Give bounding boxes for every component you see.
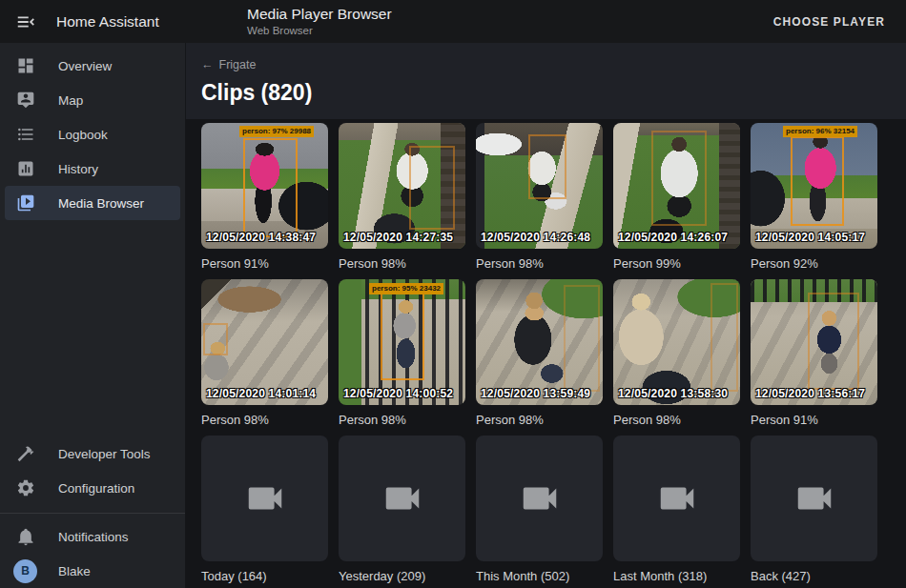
sidebar-item-notifications[interactable]: Notifications <box>5 519 180 554</box>
page-title-block: Media Player Browser Web Browser <box>247 6 392 37</box>
folder-item-this-month[interactable]: This Month (502) <box>476 436 603 583</box>
detection-bounding-box <box>528 134 566 199</box>
folder-item-yesterday[interactable]: Yesterday (209) <box>339 436 465 583</box>
detection-bounding-box <box>791 136 844 226</box>
sidebar-item-media-browser[interactable]: Media Browser <box>5 186 180 220</box>
breadcrumb-back[interactable]: ← Frigate <box>201 58 256 71</box>
clip-item[interactable]: 12/05/2020 14:26:48 Person 98% <box>476 123 603 271</box>
clip-caption: Person 98% <box>476 256 603 271</box>
main-row: Overview Map Logbook History Media Brows… <box>0 43 906 588</box>
sidebar-item-configuration[interactable]: Configuration <box>5 471 180 505</box>
sidebar-item-label: Overview <box>58 59 112 73</box>
detection-bounding-box <box>409 146 455 230</box>
folder-thumbnail[interactable] <box>201 436 328 561</box>
app-bar: Home Assistant Media Player Browser Web … <box>0 0 906 43</box>
sidebar-item-map[interactable]: Map <box>5 83 180 117</box>
page-heading: Clips (820) <box>201 80 891 106</box>
clip-item[interactable]: 12/05/2020 13:59:49 Person 98% <box>476 279 603 427</box>
folder-thumbnail[interactable] <box>613 436 740 561</box>
clip-thumbnail[interactable]: 12/05/2020 14:26:07 <box>613 123 740 249</box>
hammer-icon <box>16 444 35 463</box>
sidebar-toggle-icon[interactable] <box>14 10 37 33</box>
clip-timestamp: 12/05/2020 13:56:17 <box>755 387 865 400</box>
app-bar-left: Home Assistant <box>0 10 186 33</box>
detection-bounding-box <box>203 323 228 355</box>
detection-bounding-box <box>710 283 738 392</box>
clip-timestamp: 12/05/2020 14:38:47 <box>206 231 316 244</box>
clip-thumbnail[interactable]: 12/05/2020 14:01:14 <box>201 279 328 405</box>
gear-icon <box>16 478 35 497</box>
folder-item-back[interactable]: Back (427) <box>751 436 877 583</box>
sidebar-item-label: Media Browser <box>58 196 144 211</box>
video-camera-icon <box>793 476 836 520</box>
clip-item[interactable]: 12/05/2020 14:01:14 Person 98% <box>201 279 328 427</box>
detection-score-chip: person: 95% 23432 <box>369 283 443 294</box>
clip-item[interactable]: 12/05/2020 14:26:07 Person 99% <box>613 123 740 271</box>
user-avatar: B <box>13 559 37 583</box>
bell-icon <box>16 527 35 546</box>
clip-thumbnail[interactable]: 12/05/2020 14:26:48 <box>476 123 603 249</box>
detection-bounding-box <box>651 131 707 226</box>
clip-thumbnail[interactable]: 12/05/2020 13:58:30 <box>613 279 740 405</box>
chart-box-icon <box>16 159 35 178</box>
clip-timestamp: 12/05/2020 14:00:52 <box>343 387 453 400</box>
clip-item[interactable]: person: 96% 32154 12/05/2020 14:05:17 Pe… <box>751 123 877 271</box>
media-grid: person: 97% 29988 12/05/2020 14:38:47 Pe… <box>186 119 906 588</box>
sidebar-item-label: Logbook <box>58 128 108 142</box>
list-bulleted-icon <box>16 125 35 144</box>
detection-bounding-box <box>243 138 298 237</box>
clip-caption: Person 98% <box>339 413 465 427</box>
clip-thumbnail[interactable]: person: 95% 23432 12/05/2020 14:00:52 <box>339 279 465 405</box>
folder-item-last-month[interactable]: Last Month (318) <box>613 436 740 583</box>
folder-thumbnail[interactable] <box>339 436 465 561</box>
sidebar: Overview Map Logbook History Media Brows… <box>0 43 186 588</box>
clip-thumbnail[interactable]: 12/05/2020 13:56:17 <box>751 279 877 405</box>
clip-thumbnail[interactable]: person: 97% 29988 12/05/2020 14:38:47 <box>201 123 328 249</box>
sidebar-item-logbook[interactable]: Logbook <box>5 117 180 152</box>
sidebar-item-user[interactable]: B Blake <box>5 554 180 588</box>
sidebar-item-label: Developer Tools <box>58 447 151 461</box>
clip-item[interactable]: 12/05/2020 13:56:17 Person 91% <box>751 279 877 427</box>
video-camera-icon <box>381 476 424 520</box>
clip-item[interactable]: person: 95% 23432 12/05/2020 14:00:52 Pe… <box>339 279 465 427</box>
folder-item-today[interactable]: Today (164) <box>201 436 328 583</box>
page-subtitle: Web Browser <box>247 25 392 37</box>
sidebar-item-developer-tools[interactable]: Developer Tools <box>5 436 180 471</box>
clip-thumbnail[interactable]: 12/05/2020 13:59:49 <box>476 279 603 405</box>
folder-caption: Yesterday (209) <box>339 569 465 583</box>
sidebar-divider <box>0 513 185 514</box>
page-title: Media Player Browser <box>247 6 392 23</box>
map-account-icon <box>16 91 35 110</box>
clip-item[interactable]: 12/05/2020 14:27:35 Person 98% <box>339 123 465 271</box>
back-arrow-icon: ← <box>201 58 214 71</box>
app-title: Home Assistant <box>56 13 159 30</box>
clip-timestamp: 12/05/2020 14:27:35 <box>343 231 453 244</box>
breadcrumb-label: Frigate <box>219 58 257 71</box>
folder-thumbnail[interactable] <box>751 436 877 561</box>
sidebar-item-history[interactable]: History <box>5 152 180 186</box>
dashboard-icon <box>16 56 35 75</box>
clip-timestamp: 12/05/2020 14:26:48 <box>481 231 590 244</box>
folder-caption: Back (427) <box>751 569 877 583</box>
choose-player-button[interactable]: CHOOSE PLAYER <box>766 8 893 36</box>
clip-caption: Person 91% <box>201 256 328 271</box>
sidebar-item-overview[interactable]: Overview <box>5 49 180 83</box>
clip-caption: Person 91% <box>751 413 877 427</box>
video-camera-icon <box>518 476 562 520</box>
clip-item[interactable]: 12/05/2020 13:58:30 Person 98% <box>613 279 740 427</box>
folder-thumbnail[interactable] <box>476 436 603 561</box>
clip-caption: Person 98% <box>476 413 603 427</box>
clip-caption: Person 98% <box>613 413 740 427</box>
sidebar-spacer <box>0 220 185 436</box>
clip-thumbnail[interactable]: person: 96% 32154 12/05/2020 14:05:17 <box>751 123 877 249</box>
clip-timestamp: 12/05/2020 14:05:17 <box>755 231 865 244</box>
clip-timestamp: 12/05/2020 14:26:07 <box>618 231 728 244</box>
clip-timestamp: 12/05/2020 13:58:30 <box>618 387 728 400</box>
video-camera-icon <box>243 476 287 520</box>
clip-item[interactable]: person: 97% 29988 12/05/2020 14:38:47 Pe… <box>201 123 328 271</box>
clip-timestamp: 12/05/2020 13:59:49 <box>481 387 590 400</box>
clip-caption: Person 99% <box>613 256 740 271</box>
detection-bounding-box <box>808 293 859 390</box>
clip-thumbnail[interactable]: 12/05/2020 14:27:35 <box>339 123 465 249</box>
clip-caption: Person 98% <box>201 413 328 427</box>
